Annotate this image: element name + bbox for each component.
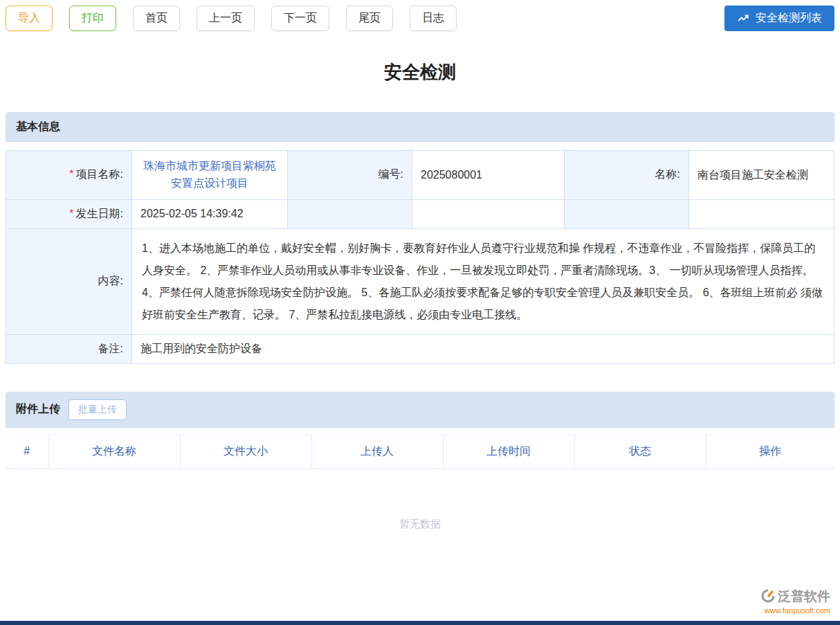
number-label-cell: 编号: <box>288 151 412 200</box>
attachments-section-header: 附件上传 批量上传 <box>6 392 834 428</box>
required-mark: * <box>69 208 73 219</box>
log-button[interactable]: 日志 <box>410 6 457 31</box>
row-remark: 备注: 施工用到的安全防护设备 <box>6 334 834 363</box>
print-button[interactable]: 打印 <box>69 6 116 31</box>
empty-label-cell-1 <box>288 199 412 228</box>
name-value: 南台项目施工安全检测 <box>697 169 808 181</box>
project-name-link[interactable]: 珠海市城市更新项目紫桐苑安置点设计项目 <box>140 158 279 192</box>
project-name-value-cell: 珠海市城市更新项目紫桐苑安置点设计项目 <box>132 151 288 200</box>
attachments-table: # 文件名称 文件大小 上传人 上传时间 状态 操作 <box>6 435 834 469</box>
basic-info-section-title: 基本信息 <box>16 120 60 134</box>
content-label: 内容: <box>98 275 123 287</box>
remark-value: 施工用到的安全防护设备 <box>140 343 262 354</box>
empty-value-cell-2 <box>689 199 834 228</box>
basic-info-panel: 基本信息 *项目名称: 珠海市城市更新项目紫桐苑安置点设计项目 <box>6 112 834 364</box>
import-button[interactable]: 导入 <box>6 6 53 31</box>
column-status: 状态 <box>574 435 706 468</box>
footer-url-text: www.fanpusoft.com <box>761 606 830 615</box>
column-upload-time: 上传时间 <box>443 435 574 468</box>
safety-inspection-page: 导入 打印 首页 上一页 下一页 尾页 日志 安全检测列表 安全检测 <box>0 0 840 625</box>
number-value: 2025080001 <box>421 169 482 181</box>
content-value: 1、进入本场地施工的单位，戴好安全帽，别好胸卡，要教育好作业人员遵守行业规范和操… <box>142 242 823 320</box>
remark-label-cell: 备注: <box>6 334 132 363</box>
date-label: 发生日期: <box>76 208 123 219</box>
next-page-button[interactable]: 下一页 <box>271 6 329 31</box>
project-name-label: 项目名称: <box>76 168 123 180</box>
attachments-header-row: # 文件名称 文件大小 上传人 上传时间 状态 操作 <box>6 435 834 468</box>
project-name-label-cell: *项目名称: <box>6 151 132 200</box>
row-content: 内容: 1、进入本场地施工的单位，戴好安全帽，别好胸卡，要教育好作业人员遵守行业… <box>6 228 834 334</box>
number-value-cell: 2025080001 <box>412 151 565 200</box>
footer-brand-row: 泛普软件 <box>761 589 830 606</box>
column-index: # <box>6 435 48 468</box>
safety-inspection-list-label: 安全检测列表 <box>756 11 822 26</box>
footer-brand-block: 泛普软件 www.fanpusoft.com <box>761 589 830 615</box>
fanpu-logo-icon <box>761 589 775 606</box>
name-label: 名称: <box>655 168 680 180</box>
safety-inspection-list-button[interactable]: 安全检测列表 <box>724 6 834 31</box>
batch-upload-button[interactable]: 批量上传 <box>69 399 127 420</box>
attachments-panel: 附件上传 批量上传 # 文件名称 文件大小 上传人 上传时间 状态 <box>6 392 834 581</box>
empty-label-cell-2 <box>565 199 689 228</box>
column-uploader: 上传人 <box>311 435 443 468</box>
row-date: *发生日期: 2025-02-05 14:39:42 <box>6 199 834 228</box>
content-value-cell: 1、进入本场地施工的单位，戴好安全帽，别好胸卡，要教育好作业人员遵守行业规范和操… <box>132 228 834 334</box>
remark-value-cell: 施工用到的安全防护设备 <box>132 334 834 363</box>
date-label-cell: *发生日期: <box>6 199 132 228</box>
required-mark: * <box>69 168 73 180</box>
column-file-size: 文件大小 <box>180 435 311 468</box>
basic-info-table: *项目名称: 珠海市城市更新项目紫桐苑安置点设计项目 编号: 202508000… <box>6 150 834 364</box>
empty-state-text: 暂无数据 <box>6 469 834 581</box>
name-label-cell: 名称: <box>565 151 689 200</box>
column-operation: 操作 <box>706 435 834 468</box>
trend-arrow-icon <box>737 12 749 25</box>
date-value-cell: 2025-02-05 14:39:42 <box>132 199 288 228</box>
basic-info-section-header: 基本信息 <box>6 112 834 142</box>
attachments-section-title: 附件上传 <box>16 402 60 417</box>
row-project-number-name: *项目名称: 珠海市城市更新项目紫桐苑安置点设计项目 编号: 202508000… <box>6 151 834 200</box>
page-title: 安全检测 <box>4 60 836 84</box>
footer-brand-text: 泛普软件 <box>778 589 830 605</box>
prev-page-button[interactable]: 上一页 <box>197 6 255 31</box>
remark-label: 备注: <box>98 343 123 354</box>
page-content: 导入 打印 首页 上一页 下一页 尾页 日志 安全检测列表 安全检测 <box>0 0 840 581</box>
content-label-cell: 内容: <box>6 228 132 334</box>
column-file-name: 文件名称 <box>48 435 180 468</box>
number-label: 编号: <box>378 168 403 180</box>
first-page-button[interactable]: 首页 <box>133 6 180 31</box>
last-page-button[interactable]: 尾页 <box>346 6 393 31</box>
empty-value-cell-1 <box>412 199 565 228</box>
bottom-bar <box>0 621 840 625</box>
toolbar: 导入 打印 首页 上一页 下一页 尾页 日志 安全检测列表 <box>4 6 836 31</box>
date-value: 2025-02-05 14:39:42 <box>140 208 244 219</box>
name-value-cell: 南台项目施工安全检测 <box>689 151 834 200</box>
